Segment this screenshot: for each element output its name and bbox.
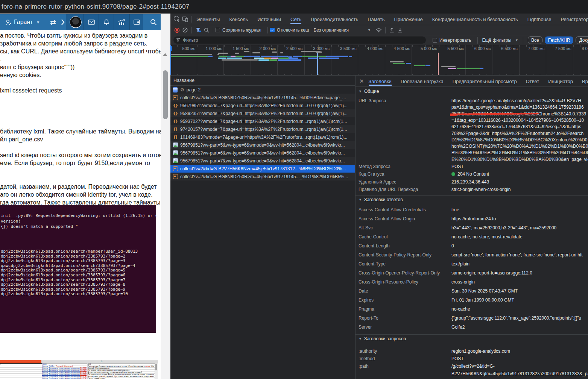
wallet-button[interactable] [130,14,143,30]
devtools-tab-память[interactable]: Память [368,14,384,24]
ruler-tick [580,74,580,75]
ruler-tick [305,45,305,47]
response-header-name: Content-Security-Policy-Report-Only [359,252,449,258]
filter-chip-документ[interactable]: Документ [576,36,588,44]
devtools-tab-приложение[interactable]: Приложение [394,14,422,24]
ruler-label: 2 500 мс [278,46,303,51]
waterfall-bar [302,56,326,57]
filter-input[interactable]: Фильтр [173,36,426,44]
ruler-tick [446,74,446,75]
request-row[interactable]: {}97420157?wmode=7&page-url=https%3A%2F%… [170,125,355,133]
export-har-button[interactable] [396,26,404,34]
section-general[interactable]: ▼Общие [356,87,588,95]
details-tab-заголовки[interactable]: Заголовки [369,76,392,86]
request-row[interactable]: collect?v=2&tid=G-B2V7H56K8N>m=45je5bi1v… [170,165,355,173]
disable-cache-checkbox[interactable] [270,28,275,32]
filter-chip-fetch/xhr[interactable]: Fetch/XHR [545,36,574,44]
devtools-tab-сеть[interactable]: Сеть [290,14,301,24]
browser-scrollbar[interactable] [161,14,170,379]
network-conditions-button[interactable] [375,26,383,34]
request-row[interactable]: 95679851?wv-part=7&wv-type=6&wmode=0&wv-… [170,157,355,165]
record-button[interactable] [173,26,181,34]
section-request-headers[interactable]: ▼Заголовки запросов [356,334,588,343]
invert-checkbox[interactable] [433,38,437,42]
overview-left-handle-knob[interactable] [170,46,172,51]
details-tab-инициатор[interactable]: Инициатор [548,76,573,86]
devtools-tab-источники[interactable]: Источники [257,14,281,24]
section-response-headers[interactable]: ▼Заголовки ответов [356,195,588,203]
post-text-line: а постов. Чтобы взять кукисы из браузера… [0,32,161,39]
filter-toggle-button[interactable] [194,26,202,34]
ruler-tick [244,74,245,75]
more-filters-dropdown[interactable]: Ещё фильтры [482,38,512,43]
preserve-log-checkbox[interactable] [216,28,220,32]
terminal-warning-line: {}) doesn't match a supported " [1,224,78,229]
waterfall-bar [308,58,318,59]
text-column-label: text [88,363,91,365]
request-row[interactable]: {}95937027?wmode=7&page-url=https%3A%2F%… [170,117,355,125]
details-tab-ответ[interactable]: Ответ [526,76,539,86]
network-overview-timeline[interactable]: 500 мс1 000 мс1 500 мс2 000 мс2 500 мс3 … [170,45,588,76]
account-menu[interactable]: Гарант ▼ [5,14,40,30]
ruler-tick [271,45,272,47]
sheet-scrollbar[interactable] [155,363,158,379]
sheet-selected-cell[interactable] [0,363,42,365]
dom-content-loaded-marker [317,53,318,75]
ruler-tick [553,74,553,75]
waterfall-bar [326,56,348,57]
ruler-tick [311,45,312,47]
throttling-select[interactable]: Без ограничения [313,27,349,33]
network-filterbar: Фильтр Инвертировать Ещё фильтры ▼ ВсеFe… [170,35,588,45]
ruler-tick [264,74,265,75]
ruler-tick [318,74,319,75]
scrollbar-thumb[interactable] [163,70,168,119]
stats-button[interactable] [114,14,129,30]
sheet-cell: text [88,363,154,365]
device-toolbar-button[interactable] [181,15,189,23]
details-tab-предварительный-просмотр[interactable]: Предварительный просмотр [453,76,517,86]
alerts-button[interactable] [99,14,114,30]
request-row[interactable]: {}95679851?wmode=7&page-url=https%3A%2F%… [170,102,355,109]
request-row[interactable]: collect?v=2&tid=G-BG8N8DZ50R>m=45je5bi1v… [170,94,355,102]
ruler-tick [184,45,184,47]
filter-chip-все[interactable]: Все [528,36,542,44]
scrollbar-up-arrow[interactable] [163,53,167,56]
devtools-tab-консоль[interactable]: Консоль [229,14,248,24]
devtools-tab-элементы[interactable]: Элементы [196,14,220,24]
post-text-line: аго он легко обходится сменой identity t… [0,191,161,198]
devtools-tab-производительность[interactable]: Производительность [311,14,358,24]
clear-button[interactable] [181,26,189,34]
devtools-tab-lighthouse[interactable]: Lighthouse [527,14,552,24]
browser-url-strip: foro-na-primere-rutor-python-osint.90708… [0,0,588,14]
messages-button[interactable] [84,14,99,30]
expand-button[interactable] [59,14,67,30]
ruler-tick [419,74,419,75]
gear-icon: ⚙ [180,87,184,92]
post-text-line: еме. Если браузер, то порт будет 9150,ес… [0,160,161,167]
waterfall-bar [208,56,213,57]
search-button[interactable] [146,14,161,30]
waterfall-bar [319,58,339,59]
requests-name-column-header[interactable]: Название [170,76,355,86]
ruler-label: 500 мс [170,46,195,51]
swap-arrows-button[interactable]: ⇄ [47,14,59,30]
close-details-button[interactable]: ✕ [359,78,364,85]
ruler-tick [486,74,486,75]
sheet-scrollbar-thumb[interactable] [155,364,157,370]
details-tab-полезная-нагрузка[interactable]: Полезная нагрузка [401,76,444,86]
devtools-tab-конфиденциальность и безопасность[interactable]: Конфиденциальность и безопасность [432,14,518,24]
request-row[interactable]: ⚙page-2 [170,86,355,94]
ruler-label: 5 500 мс [439,46,464,51]
inspect-element-button[interactable] [173,15,181,23]
network-search-button[interactable] [202,26,211,34]
request-row[interactable]: 95679851?wv-part=5&wv-type=6&wmode=0&wv-… [170,141,355,149]
request-row[interactable]: collect?v=2&tid=G-BG8N8DZ50R>m=45je5bi1v… [170,173,355,180]
user-avatar-button[interactable] [68,14,84,30]
import-har-button[interactable] [388,26,396,34]
details-tab-время[interactable]: Время [582,76,588,86]
request-row[interactable]: {}101469483?wmode=7&page-url=https%3A%2F… [170,133,355,141]
forum-column-link[interactable]: forum [42,363,47,365]
request-row[interactable]: {}95892351?wmode=7&page-url=https%3A%2F%… [170,109,355,117]
devtools-tab-регистратор[interactable]: Регистратор [561,14,588,24]
request-row[interactable]: 95679851?wv-part=6&wv-type=6&wmode=0&wv-… [170,149,355,157]
